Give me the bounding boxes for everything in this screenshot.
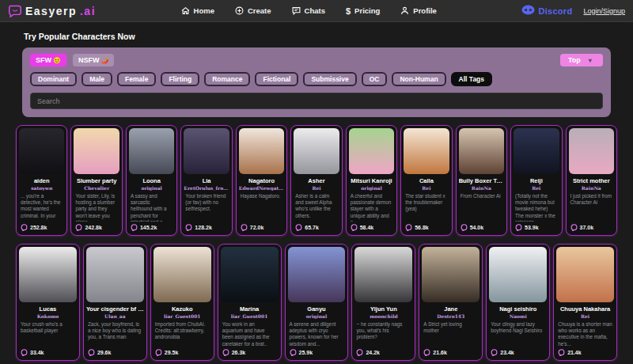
message-count-icon: [88, 349, 95, 356]
chat-count: 37.0k: [580, 225, 594, 230]
character-name: Reiji: [514, 177, 559, 184]
character-author: Naomi: [489, 313, 547, 319]
nav-item-chats[interactable]: Chats: [292, 6, 325, 15]
character-card[interactable]: aiden satoywn ... you're a detective, he…: [16, 125, 67, 236]
character-image: [221, 247, 279, 302]
tag-chip-fictional[interactable]: Fictional: [255, 72, 298, 86]
character-card[interactable]: Mitsuri Kanroji original A cheerful and …: [346, 125, 397, 236]
character-card[interactable]: Calla Rei The star student x the trouble…: [400, 125, 452, 236]
tag-chip-submissive[interactable]: Submissive: [303, 72, 356, 86]
character-name: Nagatoro: [239, 177, 284, 184]
character-author: EretOrulus_from_Jai: [184, 185, 229, 191]
character-card[interactable]: Slumber party Chevalier Your sister, Lil…: [70, 125, 122, 236]
character-card[interactable]: Asher Rei Asher is a calm and sweet Alph…: [290, 125, 342, 236]
character-card[interactable]: Marina liar_Guest001 You work in an aqua…: [218, 244, 282, 361]
character-card[interactable]: Bully Boxer Tomboy RainNa From Character…: [456, 125, 507, 236]
nav-item-pricing[interactable]: $ Pricing: [346, 6, 380, 16]
character-description: ... you're a detective, he's the most wa…: [19, 193, 64, 222]
character-author: Rei: [294, 185, 339, 191]
logo[interactable]: Easyerp.ai: [8, 5, 96, 17]
character-name: aiden: [19, 177, 64, 184]
character-image: [184, 128, 229, 174]
character-card[interactable]: Lia EretOrulus_from_Jai Your broken frie…: [180, 125, 232, 236]
tag-chip-female[interactable]: Female: [117, 72, 156, 86]
chat-count-row: 242.8k: [74, 224, 119, 231]
character-name: Kazuko: [154, 305, 211, 313]
search-input[interactable]: [30, 93, 603, 109]
message-count-icon: [222, 349, 229, 356]
chat-count: 24.2k: [366, 350, 380, 355]
chat-count-row: 37.0k: [569, 224, 614, 231]
navbar: Easyerp.ai Home Create Chats $ Pricing: [0, 0, 633, 22]
character-card[interactable]: Nagatoro EdwardNewgateLover Hayase Nagat…: [236, 125, 287, 236]
character-name: Asher: [294, 177, 339, 184]
character-author: Destro143: [422, 313, 479, 319]
character-description: Chuuya is a shorter man who works as an …: [556, 321, 614, 347]
nsfw-toggle-button[interactable]: NSFW 🌶️: [73, 54, 114, 66]
login-signup-link[interactable]: Login/Signup: [583, 7, 625, 15]
filter-panel: SFW 😊 NSFW 🌶️ Top ▾ DominantMaleFemaleFl…: [22, 47, 611, 117]
message-count-icon: [241, 224, 248, 231]
tag-chip-romance[interactable]: Romance: [204, 72, 250, 86]
character-name: Chuuya Nakahara: [556, 305, 614, 313]
character-card[interactable]: Reiji Rei (Totally not the movie nimona …: [510, 125, 562, 236]
nav-item-home[interactable]: Home: [181, 6, 214, 15]
dollar-icon: $: [346, 6, 351, 16]
tag-chip-non-human[interactable]: Non-Human: [392, 72, 445, 86]
plus-circle-icon: [235, 6, 244, 15]
discord-link[interactable]: Discord: [521, 5, 572, 17]
message-count-icon: [351, 224, 358, 231]
message-count-icon: [515, 224, 522, 231]
nav-item-profile[interactable]: Profile: [400, 6, 437, 15]
tag-chip-all-tags[interactable]: All Tags: [451, 72, 492, 86]
tag-chip-male[interactable]: Male: [81, 72, 112, 86]
chat-count-row: 21.4k: [556, 349, 614, 356]
character-author: RainNa: [569, 185, 614, 191]
character-card[interactable]: Loona original A sassy and sarcastic hel…: [126, 125, 177, 236]
character-card[interactable]: Yijun Yun moonchild ~ he constantly nags…: [351, 244, 415, 361]
character-author: Kokomo: [19, 313, 77, 319]
chat-count-row: 53.9k: [514, 224, 559, 231]
tag-chip-flirting[interactable]: Flirting: [161, 72, 199, 86]
chat-count: 65.7k: [305, 225, 319, 230]
sort-dropdown[interactable]: Top ▾: [560, 54, 603, 66]
character-image: [459, 128, 504, 174]
brand-tld: .ai: [80, 5, 96, 17]
character-name: Your cisgender bf Zack: [86, 305, 144, 313]
character-card[interactable]: Ganyu original A serene and diligent ade…: [285, 244, 349, 361]
character-card[interactable]: Chuuya Nakahara Rei Chuuya is a shorter …: [553, 244, 617, 361]
character-image: [349, 128, 394, 174]
tag-chip-dominant[interactable]: Dominant: [30, 72, 77, 86]
chevron-down-icon: ▾: [589, 57, 592, 64]
sfw-toggle-button[interactable]: SFW 😊: [30, 54, 66, 66]
message-count-icon: [75, 224, 82, 231]
message-count-icon: [295, 224, 302, 231]
nav-item-create[interactable]: Create: [235, 6, 271, 15]
character-author: Rei: [404, 185, 449, 191]
character-image: [404, 128, 449, 174]
character-card[interactable]: Strict mother RainNa I just picked it fr…: [566, 125, 617, 236]
character-image: [129, 128, 174, 174]
character-description: (Totally not the movie nimona but tweake…: [514, 193, 559, 222]
chat-count: 252.8k: [30, 225, 47, 230]
chat-count: 29.5k: [165, 350, 179, 355]
message-count-icon: [131, 224, 138, 231]
character-author: RainNa: [459, 185, 504, 191]
logo-speech-bubble-icon: [8, 5, 22, 17]
character-card[interactable]: Nagi seishiro Naomi Your clingy and lazy…: [486, 244, 550, 361]
character-description: Your broken friend (or fav) with no self…: [184, 193, 229, 222]
chat-count-row: 29.6k: [86, 349, 144, 356]
character-description: Imported from ChubAI. Credits: alt:straw…: [154, 321, 211, 347]
character-card[interactable]: Jane Destro143 A Strict yet loving mothe…: [419, 244, 483, 361]
home-icon: [181, 6, 190, 15]
character-image: [154, 247, 211, 302]
message-count-icon: [491, 349, 498, 356]
page-title: Try Popular Characters Now: [0, 22, 633, 47]
message-count-icon: [558, 349, 565, 356]
character-image: [19, 247, 77, 302]
chat-count: 72.0k: [250, 225, 264, 230]
character-card[interactable]: Lucas Kokomo Your crush who's a basketba…: [16, 244, 80, 361]
character-card[interactable]: Your cisgender bf Zack Ulan_aa Zack, you…: [83, 244, 147, 361]
character-card[interactable]: Kazuko liar_Guest001 Imported from ChubA…: [150, 244, 214, 361]
tag-chip-oc[interactable]: OC: [362, 72, 388, 86]
